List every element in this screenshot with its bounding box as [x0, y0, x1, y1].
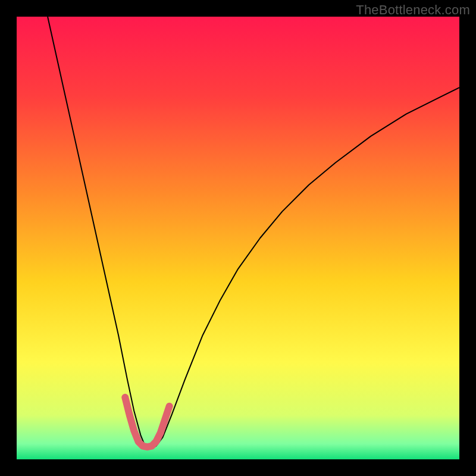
watermark-text: TheBottleneck.com — [356, 2, 470, 18]
chart-frame — [17, 17, 459, 459]
bottleneck-chart — [17, 17, 459, 459]
chart-background — [17, 17, 459, 459]
